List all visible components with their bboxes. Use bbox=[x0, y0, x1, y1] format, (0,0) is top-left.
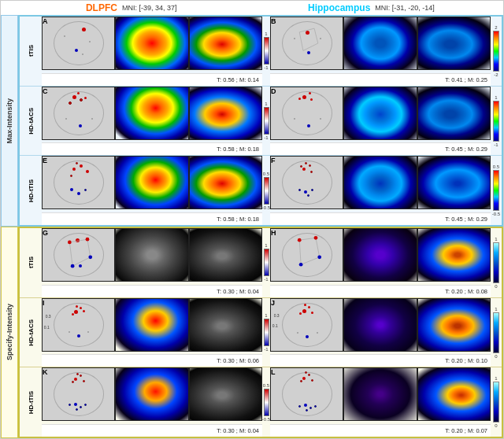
stat-text-l: T: 0.20 ; M: 0.07 bbox=[445, 427, 487, 434]
svg-point-8 bbox=[68, 241, 72, 245]
brain-side-j bbox=[417, 298, 491, 352]
cb-bar-ab bbox=[493, 31, 499, 72]
stim-label-ttis-max: tTIS bbox=[20, 17, 42, 86]
brain-side-f bbox=[417, 156, 491, 209]
panel-g: G bbox=[42, 228, 262, 297]
letter-b: B bbox=[271, 17, 276, 25]
stats-f: T: 0.45 ; M: 0.29 bbox=[270, 212, 491, 225]
panel-b: B bbox=[270, 17, 491, 86]
stat-text-i: T: 0.30 ; M: 0.06 bbox=[217, 357, 259, 364]
sidebar-specify: Specify-Intensity bbox=[1, 227, 18, 438]
main-container: DLPFC MNI: [-39, 34, 37] Hippocampus MNI… bbox=[0, 0, 504, 439]
brain-top-d bbox=[343, 87, 417, 140]
hippo-mni: MNI: [-31, -20, -14] bbox=[375, 4, 435, 12]
row-ij: HD-tACS I bbox=[20, 298, 502, 368]
svg-point-17 bbox=[314, 236, 318, 240]
panel-h: H bbox=[270, 228, 491, 297]
cb-right-kl: 1 0 bbox=[491, 367, 502, 437]
scalp-c bbox=[42, 87, 115, 140]
brain-side-k bbox=[189, 367, 262, 421]
brain-top-i bbox=[115, 298, 188, 352]
brain-top-a bbox=[115, 17, 188, 70]
cb-scalp-g: 1 -1 bbox=[262, 228, 270, 297]
stat-text-c: T: 0.58 ; M: 0.18 bbox=[217, 146, 259, 153]
brain-top-j bbox=[343, 298, 417, 352]
stats-h: T: 0.20 ; M: 0.08 bbox=[270, 285, 491, 297]
stats-j: T: 0.20 ; M: 0.10 bbox=[270, 354, 491, 367]
brain-top-b bbox=[343, 17, 417, 70]
svg-line-3 bbox=[299, 32, 303, 51]
cb-bar-kl bbox=[493, 382, 499, 422]
max-intensity-label: Max-Intensity bbox=[6, 98, 13, 144]
panel-d: D bbox=[270, 87, 491, 156]
brain-top-f bbox=[343, 156, 417, 209]
cb-scalp-k: 0.5 -0.5 bbox=[262, 367, 270, 437]
panel-k: K bbox=[42, 367, 262, 437]
header-row: DLPFC MNI: [-39, 34, 37] Hippocampus MNI… bbox=[1, 1, 503, 15]
stats-c: T: 0.58 ; M: 0.18 bbox=[42, 142, 262, 155]
svg-line-13 bbox=[316, 238, 320, 257]
cb-scalp-i: 1 -1 bbox=[262, 298, 270, 367]
svg-point-18 bbox=[317, 255, 321, 259]
letter-c: C bbox=[43, 87, 48, 95]
cb-right-ef: 0.5 -0.5 bbox=[491, 156, 502, 225]
row-gh: tTIS G bbox=[20, 228, 502, 298]
cb-bar-g bbox=[264, 249, 269, 276]
stats-g: T: 0.30 ; M: 0.04 bbox=[42, 285, 262, 297]
hdttis-max-label: HD-tTIS bbox=[28, 179, 35, 202]
stat-text-b: T: 0.41 ; M: 0.25 bbox=[445, 76, 487, 83]
panel-f: F bbox=[270, 156, 491, 225]
ttis-max-label: tTIS bbox=[28, 45, 35, 57]
stat-text-j: T: 0.20 ; M: 0.10 bbox=[445, 357, 487, 364]
content-area: Max-Intensity Specify-Intensity tTIS A bbox=[1, 15, 503, 438]
stim-label-hdtacs-specify: HD-tACS bbox=[20, 298, 42, 367]
cb-bar-a bbox=[264, 37, 269, 65]
brain-top-e bbox=[115, 156, 188, 209]
panel-j: J bbox=[270, 298, 491, 367]
main-grid: tTIS A bbox=[18, 15, 503, 438]
scalp-l bbox=[270, 367, 343, 421]
svg-point-16 bbox=[298, 238, 302, 242]
scalp-a bbox=[42, 17, 115, 70]
cb-right-cd: 1 -1 bbox=[491, 87, 502, 156]
hdtacs-max-label: HD-tACS bbox=[28, 108, 35, 135]
scalp-g bbox=[42, 228, 115, 282]
svg-line-12 bbox=[299, 238, 316, 240]
brain-side-i bbox=[189, 298, 262, 352]
stats-l: T: 0.20 ; M: 0.07 bbox=[270, 424, 491, 437]
scalp-b bbox=[270, 17, 343, 70]
max-intensity-section: tTIS A bbox=[18, 15, 503, 227]
stat-text-g: T: 0.30 ; M: 0.04 bbox=[217, 288, 259, 295]
svg-line-15 bbox=[299, 240, 301, 264]
stim-label-hdtacs-max: HD-tACS bbox=[20, 87, 42, 156]
stats-a: T: 0.56 ; M: 0.14 bbox=[42, 73, 262, 86]
brain-top-c bbox=[115, 87, 188, 140]
scalp-j: 0.3 0.1 bbox=[270, 298, 343, 352]
stats-e: T: 0.58 ; M: 0.18 bbox=[42, 212, 262, 225]
specify-intensity-section: tTIS G bbox=[18, 227, 503, 438]
stim-label-hdttis-specify: HD-tTIS bbox=[20, 367, 42, 437]
brain-side-l bbox=[417, 367, 491, 421]
panel-l: L bbox=[270, 367, 491, 437]
brain-side-h bbox=[417, 228, 491, 282]
svg-line-6 bbox=[72, 257, 91, 266]
cb-right-ij: 1 0 bbox=[491, 298, 502, 367]
sidebar: Max-Intensity Specify-Intensity bbox=[1, 15, 18, 438]
cb-bar-ij bbox=[493, 312, 499, 353]
cb-scalp-c: 1 -1 bbox=[262, 87, 270, 156]
cb-right-ab: 2 -2 bbox=[491, 17, 502, 86]
scalp-d bbox=[270, 87, 343, 140]
header-left: DLPFC MNI: [-39, 34, 37] bbox=[11, 2, 251, 13]
header-right: Hippocampus MNI: [-31, -20, -14] bbox=[251, 2, 491, 13]
row-kl: HD-tTIS K bbox=[20, 367, 502, 437]
stat-text-a: T: 0.56 ; M: 0.14 bbox=[217, 76, 259, 83]
stat-text-h: T: 0.20 ; M: 0.08 bbox=[445, 288, 487, 295]
panel-e: E bbox=[42, 156, 262, 225]
cb-scalp-e: 0.5 -0.5 bbox=[262, 156, 270, 225]
stats-d: T: 0.45 ; M: 0.29 bbox=[270, 142, 491, 155]
stats-i: T: 0.30 ; M: 0.06 bbox=[42, 354, 262, 367]
letter-i: I bbox=[43, 299, 45, 307]
svg-line-5 bbox=[87, 239, 91, 257]
brain-side-a bbox=[189, 17, 262, 70]
svg-line-0 bbox=[299, 28, 314, 32]
